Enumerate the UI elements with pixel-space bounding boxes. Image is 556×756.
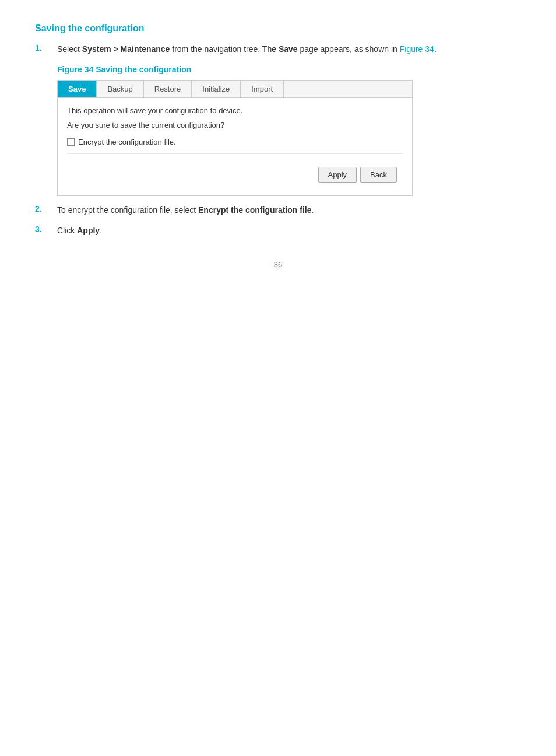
apply-button[interactable]: Apply bbox=[318, 167, 357, 183]
tab-bar: Save Backup Restore Initialize Import bbox=[58, 80, 412, 98]
page-number: 36 bbox=[35, 260, 521, 269]
step-item-2: 2. To encrypt the configuration file, se… bbox=[35, 204, 521, 216]
figure-link[interactable]: Figure 34 bbox=[400, 44, 434, 54]
step-text-2: To encrypt the configuration file, selec… bbox=[57, 204, 314, 216]
step-number-2: 2. bbox=[35, 204, 52, 214]
step-text-3: Click Apply. bbox=[57, 225, 102, 237]
section-title: Saving the configuration bbox=[35, 23, 521, 34]
tab-import[interactable]: Import bbox=[241, 80, 284, 97]
step-list: 1. Select System > Maintenance from the … bbox=[35, 43, 521, 237]
back-button[interactable]: Back bbox=[360, 167, 397, 183]
figure-container: Save Backup Restore Initialize Import Th… bbox=[57, 80, 413, 196]
step-number-3: 3. bbox=[35, 225, 52, 234]
tab-restore[interactable]: Restore bbox=[144, 80, 192, 97]
step-number-1: 1. bbox=[35, 43, 52, 52]
step-item-3: 3. Click Apply. bbox=[35, 225, 521, 237]
encrypt-row: Encrypt the configuration file. bbox=[67, 138, 403, 154]
encrypt-label: Encrypt the configuration file. bbox=[78, 138, 176, 146]
page-container: Saving the configuration 1. Select Syste… bbox=[0, 0, 556, 292]
tab-save[interactable]: Save bbox=[58, 80, 97, 97]
tab-initialize[interactable]: Initialize bbox=[192, 80, 241, 97]
figure-body: This operation will save your configurat… bbox=[58, 98, 412, 195]
figure-question: Are you sure to save the current configu… bbox=[67, 121, 403, 130]
encrypt-checkbox[interactable] bbox=[67, 138, 75, 146]
tab-backup[interactable]: Backup bbox=[97, 80, 143, 97]
step-item-1: 1. Select System > Maintenance from the … bbox=[35, 43, 521, 55]
figure-description: This operation will save your configurat… bbox=[67, 106, 403, 115]
button-row: Apply Back bbox=[67, 162, 403, 187]
step-text-1: Select System > Maintenance from the nav… bbox=[57, 43, 437, 55]
figure-caption: Figure 34 Saving the configuration bbox=[57, 65, 521, 74]
